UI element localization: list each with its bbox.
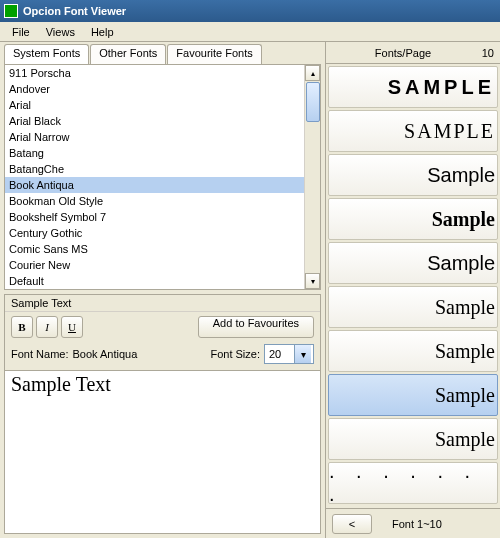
font-list-item[interactable]: Batang bbox=[5, 145, 304, 161]
sample-header: Sample Text bbox=[5, 295, 320, 312]
preview-item[interactable]: Sample bbox=[328, 286, 498, 328]
preview-list[interactable]: SAMPLESAMPLE SampleSampleSampleSampleSam… bbox=[326, 64, 500, 508]
menu-file[interactable]: File bbox=[4, 24, 38, 40]
menu-views[interactable]: Views bbox=[38, 24, 83, 40]
tab-other-fonts[interactable]: Other Fonts bbox=[90, 44, 166, 64]
style-toolbar: B I U Add to Favourites bbox=[5, 312, 320, 342]
font-range-label: Font 1~10 bbox=[392, 518, 442, 530]
fonts-per-page-label: Fonts/Page bbox=[332, 47, 474, 59]
underline-button[interactable]: U bbox=[61, 316, 83, 338]
font-size-select[interactable]: 20 bbox=[264, 344, 314, 364]
font-size-value: 20 bbox=[269, 348, 281, 360]
tab-system-fonts[interactable]: System Fonts bbox=[4, 44, 89, 64]
preview-item[interactable]: Sample bbox=[328, 198, 498, 240]
scrollbar[interactable]: ▴ ▾ bbox=[304, 65, 320, 289]
font-list-item[interactable]: Bookman Old Style bbox=[5, 193, 304, 209]
bold-button[interactable]: B bbox=[11, 316, 33, 338]
tab-bar: System Fonts Other Fonts Favourite Fonts bbox=[0, 42, 325, 64]
fonts-per-page-value: 10 bbox=[474, 47, 494, 59]
sample-text-display[interactable]: Sample Text bbox=[5, 370, 320, 533]
font-name-label: Font Name: bbox=[11, 348, 68, 360]
right-panel: Fonts/Page 10 SAMPLESAMPLE SampleSampleS… bbox=[326, 42, 500, 538]
font-list-item[interactable]: Andover bbox=[5, 81, 304, 97]
preview-item[interactable]: Sample bbox=[328, 374, 498, 416]
sample-section: Sample Text B I U Add to Favourites Font… bbox=[4, 294, 321, 534]
tab-favourite-fonts[interactable]: Favourite Fonts bbox=[167, 44, 261, 64]
menu-help[interactable]: Help bbox=[83, 24, 122, 40]
scroll-up-button[interactable]: ▴ bbox=[305, 65, 320, 81]
font-list-item[interactable]: Comic Sans MS bbox=[5, 241, 304, 257]
scroll-down-button[interactable]: ▾ bbox=[305, 273, 320, 289]
window-title: Opcion Font Viewer bbox=[23, 5, 126, 17]
preview-item[interactable]: Sample bbox=[328, 330, 498, 372]
font-list-item[interactable]: Courier New bbox=[5, 257, 304, 273]
prev-page-button[interactable]: < bbox=[332, 514, 372, 534]
font-name-value: Book Antiqua bbox=[72, 348, 137, 360]
right-header: Fonts/Page 10 bbox=[326, 42, 500, 64]
preview-item[interactable]: SAMPLE bbox=[328, 66, 498, 108]
preview-item[interactable]: Sample bbox=[328, 418, 498, 460]
font-list-item[interactable]: Arial bbox=[5, 97, 304, 113]
font-list-container: 911 PorschaAndoverArialArial BlackArial … bbox=[4, 64, 321, 290]
font-list-item[interactable]: Bookshelf Symbol 7 bbox=[5, 209, 304, 225]
font-list-item[interactable]: Default bbox=[5, 273, 304, 289]
font-list-item[interactable]: Book Antiqua bbox=[5, 177, 304, 193]
font-list-item[interactable]: 911 Porscha bbox=[5, 65, 304, 81]
preview-item[interactable]: Sample bbox=[328, 242, 498, 284]
preview-item[interactable]: . . . . . . . bbox=[328, 462, 498, 504]
font-list-item[interactable]: Century Gothic bbox=[5, 225, 304, 241]
italic-button[interactable]: I bbox=[36, 316, 58, 338]
font-list-item[interactable]: Arial Black bbox=[5, 113, 304, 129]
font-list[interactable]: 911 PorschaAndoverArialArial BlackArial … bbox=[5, 65, 304, 289]
app-icon bbox=[4, 4, 18, 18]
font-list-item[interactable]: BatangChe bbox=[5, 161, 304, 177]
left-panel: System Fonts Other Fonts Favourite Fonts… bbox=[0, 42, 326, 538]
right-footer: < Font 1~10 bbox=[326, 508, 500, 538]
title-bar: Opcion Font Viewer bbox=[0, 0, 500, 22]
font-info-row: Font Name: Book Antiqua Font Size: 20 bbox=[5, 342, 320, 370]
add-favourites-button[interactable]: Add to Favourites bbox=[198, 316, 314, 338]
preview-item[interactable]: SAMPLE bbox=[328, 110, 498, 152]
scroll-thumb[interactable] bbox=[306, 82, 320, 122]
font-size-label: Font Size: bbox=[210, 348, 260, 360]
preview-item[interactable]: Sample bbox=[328, 154, 498, 196]
menu-bar: File Views Help bbox=[0, 22, 500, 42]
font-list-item[interactable]: Arial Narrow bbox=[5, 129, 304, 145]
